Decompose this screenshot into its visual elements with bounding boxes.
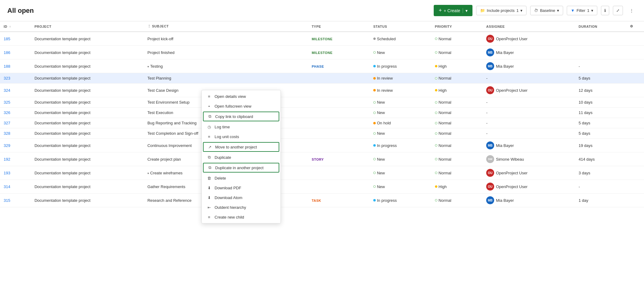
- priority-dot-icon: [435, 172, 437, 174]
- project-cell: Documentation template project: [31, 108, 144, 118]
- table-row[interactable]: 328Documentation template projectTest Co…: [0, 128, 644, 139]
- more-options-button[interactable]: ⋮: [627, 6, 637, 15]
- table-row[interactable]: 323Documentation template projectTest Pl…: [0, 73, 644, 84]
- type-cell: [308, 166, 370, 180]
- context-menu-item[interactable]: ≡Log unit costs: [202, 132, 280, 141]
- duration-cell: 12 days: [575, 84, 626, 97]
- work-package-id-link[interactable]: 314: [4, 184, 10, 189]
- work-package-id-link[interactable]: 324: [4, 88, 10, 93]
- context-menu-item[interactable]: ⬇Download Atom: [202, 193, 280, 202]
- type-cell: TASK: [308, 194, 370, 207]
- work-package-id-link[interactable]: 329: [4, 143, 10, 148]
- table-row[interactable]: 324Documentation template projectTest Ca…: [0, 84, 644, 97]
- col-header-id[interactable]: ID ↑: [0, 21, 31, 32]
- row-settings-cell: [626, 139, 644, 152]
- info-icon: ℹ: [604, 8, 606, 13]
- status-cell: New: [370, 180, 431, 194]
- type-cell: [308, 139, 370, 152]
- context-menu-item[interactable]: ≡Open details view: [202, 91, 280, 101]
- table-row[interactable]: 329Documentation template projectContinu…: [0, 139, 644, 152]
- status-dot-icon: [373, 89, 376, 91]
- work-package-id-link[interactable]: 327: [4, 121, 10, 125]
- menu-item-icon: ⬇: [207, 195, 212, 200]
- project-cell: Documentation template project: [31, 32, 144, 46]
- work-package-id-link[interactable]: 185: [4, 37, 10, 41]
- status-cell: In progress: [370, 139, 431, 152]
- menu-item-icon: ⧉: [207, 155, 212, 160]
- menu-item-label: Log unit costs: [215, 134, 239, 139]
- create-dropdown-arrow[interactable]: ▾: [463, 8, 468, 13]
- menu-item-label: Duplicate in another project: [215, 166, 263, 170]
- filter-button[interactable]: ▼ Filter 1 ▾: [567, 6, 597, 15]
- col-header-project[interactable]: PROJECT: [31, 21, 144, 32]
- status-dot-icon: [373, 144, 376, 147]
- work-package-id-link[interactable]: 188: [4, 64, 10, 69]
- row-settings-cell: [626, 84, 644, 97]
- context-menu-item[interactable]: ↗Move to another project: [203, 142, 279, 152]
- avatar: MB: [486, 196, 494, 204]
- work-package-id-link[interactable]: 193: [4, 171, 10, 175]
- row-settings-cell: [626, 118, 644, 128]
- baseline-label: Baseline: [540, 8, 555, 13]
- work-package-id-link[interactable]: 328: [4, 131, 10, 136]
- col-header-status[interactable]: STATUS: [370, 21, 431, 32]
- type-cell: [308, 108, 370, 118]
- context-menu-item[interactable]: ⧉Duplicate: [202, 152, 280, 162]
- table-row[interactable]: 326Documentation template projectTest Ex…: [0, 108, 644, 118]
- assignee-cell: MBMia Bayer: [483, 46, 575, 59]
- work-package-id-link[interactable]: 192: [4, 157, 10, 162]
- table-row[interactable]: 185Documentation template projectProject…: [0, 32, 644, 46]
- context-menu-item[interactable]: ▪Open fullscreen view: [202, 101, 280, 111]
- sort-asc-icon: ↑: [9, 25, 11, 28]
- work-package-id-link[interactable]: 315: [4, 198, 10, 203]
- col-header-subject[interactable]: ⋮ SUBJECT: [144, 21, 308, 32]
- filter-chevron-icon: ▾: [591, 8, 593, 13]
- table-row[interactable]: 192Documentation template projectCreate …: [0, 152, 644, 166]
- project-cell: Documentation template project: [31, 180, 144, 194]
- work-package-id-link[interactable]: 186: [4, 50, 10, 55]
- context-menu-item[interactable]: ◷Log time: [202, 122, 280, 132]
- avatar: SW: [486, 155, 494, 163]
- table-row[interactable]: 193Documentation template project▾Create…: [0, 166, 644, 180]
- table-row[interactable]: 315Documentation template projectResearc…: [0, 194, 644, 207]
- menu-item-icon: ▪: [207, 104, 212, 109]
- work-package-id-link[interactable]: 326: [4, 110, 10, 115]
- col-header-priority[interactable]: PRIORITY: [431, 21, 483, 32]
- context-menu-item[interactable]: ⧉Duplicate in another project: [203, 163, 279, 173]
- include-projects-button[interactable]: 📁 Include projects 1 ▾: [476, 6, 526, 15]
- table-header: ID ↑ PROJECT ⋮ SUBJECT TYPE STATUS PRIOR…: [0, 21, 644, 32]
- col-header-type[interactable]: TYPE: [308, 21, 370, 32]
- table-row[interactable]: 325Documentation template projectTest En…: [0, 97, 644, 108]
- table-row[interactable]: 327Documentation template projectBug Rep…: [0, 118, 644, 128]
- assignee-cell: -: [483, 118, 575, 128]
- include-projects-label: Include projects: [487, 8, 515, 13]
- work-package-id-link[interactable]: 325: [4, 100, 10, 105]
- context-menu-item[interactable]: ⇤Outdent hierarchy: [202, 202, 280, 207]
- status-cell: On hold: [370, 118, 431, 128]
- col-header-settings[interactable]: ⚙: [626, 21, 644, 32]
- col-header-duration[interactable]: DURATION: [575, 21, 626, 32]
- chevron-down-icon[interactable]: ▾: [147, 65, 149, 68]
- filter-label: Filter: [577, 8, 585, 13]
- table-row[interactable]: 188Documentation template project▾Testin…: [0, 59, 644, 73]
- context-menu-item[interactable]: 🗑Delete: [202, 173, 280, 183]
- priority-dot-icon: [435, 37, 437, 40]
- create-button[interactable]: + + Create ▾: [434, 5, 472, 16]
- table-row[interactable]: 186Documentation template projectProject…: [0, 46, 644, 59]
- baseline-button[interactable]: ⏱ Baseline ▾: [530, 6, 563, 15]
- table-row[interactable]: 314Documentation template projectGather …: [0, 180, 644, 194]
- baseline-chevron-icon: ▾: [557, 8, 559, 13]
- chevron-down-icon[interactable]: ▾: [147, 172, 149, 175]
- context-menu-item[interactable]: ⧉Copy link to clipboard: [203, 112, 279, 121]
- info-button[interactable]: ℹ: [601, 6, 609, 15]
- work-package-id-link[interactable]: 323: [4, 76, 10, 80]
- fullscreen-button[interactable]: ⤢: [613, 6, 623, 15]
- include-projects-icon: 📁: [480, 8, 485, 13]
- priority-cell: Normal: [431, 128, 483, 139]
- priority-dot-icon: [435, 65, 437, 67]
- duration-cell: 5 days: [575, 128, 626, 139]
- duration-cell: 10 days: [575, 97, 626, 108]
- col-header-assignee[interactable]: ASSIGNEE: [483, 21, 575, 32]
- create-label: + Create: [444, 8, 460, 13]
- context-menu-item[interactable]: ⬇Download PDF: [202, 183, 280, 193]
